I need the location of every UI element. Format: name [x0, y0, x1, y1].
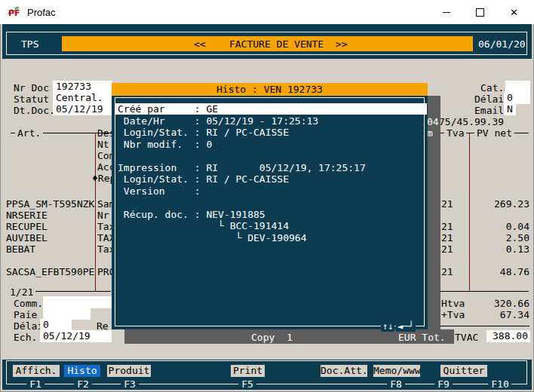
fkey-label-f9: F9 [434, 379, 453, 390]
history-line-selected[interactable]: Créé par : GE [115, 103, 427, 115]
phone-number: 75/45.99.39 [439, 116, 504, 127]
nr-doc-field[interactable]: 192733 [53, 81, 112, 93]
tvac-total-field: 388.00 [486, 330, 530, 342]
tvac-label: TVAC [455, 332, 478, 343]
pv-net-column-header: PV net [474, 127, 514, 139]
article-pv-net: 0.13 [475, 243, 529, 255]
art-column-header: Art. [15, 127, 43, 139]
total-separator-line [436, 326, 529, 326]
fkey-button-quitter[interactable]: Quitter [440, 365, 487, 377]
article-tva: 21 [441, 243, 453, 255]
article-code: SACSA_EFBT590PE [6, 266, 94, 277]
art-column-separator [95, 133, 96, 292]
email-label: Email [474, 105, 504, 116]
fkey-label-f1: F1 [26, 379, 44, 390]
tva-column-separator [469, 133, 470, 292]
enter-key-icon: ◄─┘ [396, 322, 416, 332]
delai-field[interactable]: 0 [504, 92, 530, 104]
statut-label: Statut [14, 93, 49, 105]
fkey-label-f5: F5 [238, 379, 256, 390]
fkey-button-memo-www[interactable]: Memo/www [373, 365, 420, 377]
table-bottom-line-right [440, 291, 529, 292]
history-line: └ DEV-190964 [118, 232, 306, 243]
article-pv-net: 2.50 [475, 232, 529, 243]
article-pv-net: 48.76 [475, 266, 529, 277]
cat-label: Cat. [480, 82, 504, 93]
fkey-label-f3: F3 [121, 379, 139, 390]
article-tva: 21 [441, 266, 453, 277]
fkey-button-histo[interactable]: Histo [64, 365, 100, 377]
article-description: Nr [97, 210, 109, 221]
fkey-button-doc-att-[interactable]: Doc.Att. [321, 365, 367, 377]
ech-field[interactable]: 05/12/19 [40, 330, 112, 342]
delai-label: Délai [474, 93, 504, 105]
history-line: Nbr modif. : 0 [118, 139, 212, 150]
article-tva: 21 [441, 221, 453, 232]
tva-column-header: Tva [444, 127, 466, 139]
header-fragment-m: m [427, 127, 433, 139]
copy-count-shadowed: Copy 1 [251, 332, 293, 343]
dt-doc-label: Dt.Doc. [14, 105, 55, 116]
app-screen: TPS << FACTURE DE VENTE >> 06/01/20 Nr D… [0, 0, 534, 392]
statut-field[interactable]: Central. [53, 92, 112, 104]
article-code: NRSERIE [6, 210, 48, 221]
fkey-label-f8: F8 [387, 379, 405, 390]
article-pv-net: 0.04 [475, 221, 529, 232]
history-line: Login/Stat. : RI / PC-CAISSE [118, 173, 289, 185]
history-line: Récup. doc. : NEV-191885 [118, 209, 265, 220]
ech-label: Ech. [14, 332, 37, 343]
fkey-label-f10: F10 [488, 379, 511, 390]
history-line: Login/Stat. : RI / PC-CAISSE [118, 127, 289, 138]
history-line: Version : [118, 185, 201, 197]
history-line: Impression : RI 05/12/19, 17:25:17 [118, 162, 366, 173]
page-indicator: 1/21 [8, 286, 35, 298]
fkey-label-f2: F2 [74, 379, 92, 390]
htva-label: Htva [441, 298, 465, 309]
article-code: PPSA_SM-T595NZK [6, 198, 94, 210]
article-tva: 21 [441, 198, 453, 210]
description-line: Nt [97, 139, 109, 150]
history-dialog-title: Histo : VEN 192733 [112, 83, 428, 96]
footer-delai-field[interactable]: 0 [40, 319, 72, 331]
screen-title: << FACTURE DE VENTE >> [194, 38, 348, 50]
article-tva: 21 [441, 232, 453, 243]
eur-tot-shadowed: EUR Tot. [398, 332, 446, 343]
paie-label: Paie [14, 309, 37, 320]
fkey-button-produit[interactable]: Produit [107, 365, 151, 377]
comm-field[interactable] [43, 296, 112, 308]
fkey-button-affich-[interactable]: Affich. [13, 365, 60, 377]
comm-label: Comm. [14, 298, 43, 309]
article-code: RECUPEL [6, 221, 48, 232]
email-field[interactable]: N [504, 103, 516, 115]
scroll-arrows-icon: ↑↓ [381, 322, 394, 332]
nr-doc-label: Nr Doc [14, 82, 49, 93]
app-code-label: TPS [21, 38, 38, 50]
history-line: └ BCC-191414 [118, 220, 289, 231]
plus-tva-label: +Tva [441, 309, 465, 320]
phone-number-shadowed: 04 [427, 116, 439, 127]
header-date: 06/01/20 [478, 38, 526, 50]
paie-field[interactable] [43, 308, 91, 320]
htva-value: 320.66 [475, 298, 529, 309]
article-code: AUVIBEL [6, 232, 48, 243]
plus-tva-value: 67.34 [475, 309, 529, 320]
fkey-button-print[interactable]: Print [231, 365, 265, 377]
history-line: Date/Hr : 05/12/19 - 17:25:13 [118, 115, 318, 127]
dt-doc-field[interactable]: 05/12/19 [53, 103, 112, 115]
footer-delai-label: Délai [14, 320, 43, 332]
cat-field[interactable] [505, 81, 530, 93]
article-code: BEBAT [6, 243, 35, 255]
profac-window: PF Profac ✕ TPS << FACTURE DE VENTE >> 0… [0, 0, 534, 392]
article-pv-net: 269.23 [475, 198, 529, 210]
